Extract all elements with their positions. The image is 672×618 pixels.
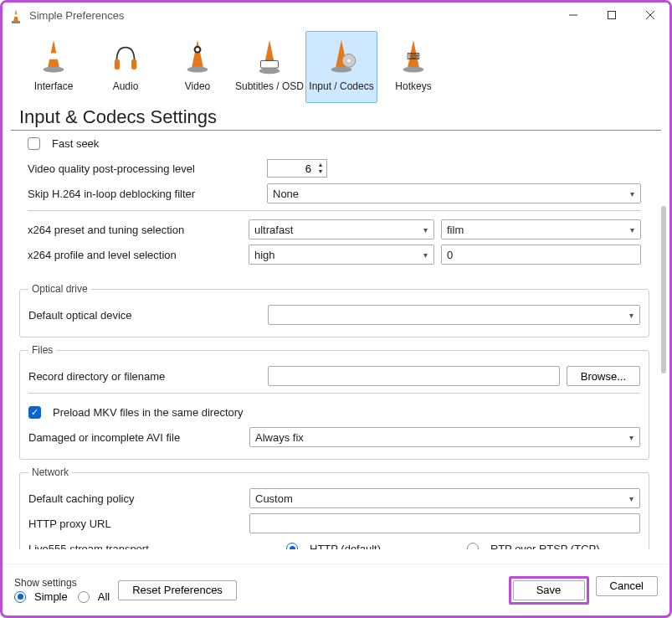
live555-label: Live555 stream transport [28,543,280,550]
files-group: Files Record directory or filename Brows… [19,344,649,460]
codecs-group: Fast seek Video quality post-processing … [19,131,649,276]
save-button[interactable]: Save [513,580,585,600]
tab-label: Video [185,80,210,92]
network-legend: Network [28,466,72,478]
tab-label: Subtitles / OSD [235,80,304,92]
minimize-button[interactable] [554,3,592,28]
fast-seek-label: Fast seek [52,137,99,150]
skip-label: Skip H.264 in-loop deblocking filter [28,188,260,200]
vq-spinner[interactable]: 6 ▲▼ [267,159,327,178]
tab-subtitles[interactable]: Subtitles / OSD [233,31,305,103]
svg-point-10 [187,66,208,72]
spin-down-icon[interactable]: ▼ [315,168,326,175]
titlebar: Simple Preferences [3,3,669,28]
svg-rect-6 [115,59,120,70]
svg-text:⌨: ⌨ [407,51,420,61]
svg-point-15 [331,66,352,72]
x264-profile-select[interactable]: high [249,245,434,265]
tab-hotkeys[interactable]: ⌨ Hotkeys [377,31,449,103]
avi-label: Damaged or incomplete AVI file [28,431,243,444]
svg-point-9 [196,48,199,51]
show-all-label: All [98,590,110,603]
optical-group: Optical drive Default optical device [19,283,649,337]
caching-label: Default caching policy [28,492,243,505]
optical-legend: Optical drive [28,283,91,295]
close-button[interactable] [631,3,669,28]
svg-point-16 [403,66,424,72]
live555-http-radio[interactable] [286,543,298,549]
x264-preset-label: x264 preset and tuning selection [28,224,242,236]
live555-rtp-radio[interactable] [467,543,479,549]
tab-label: Hotkeys [395,80,431,92]
preload-mkv-label: Preload MKV files in the same directory [53,406,244,419]
show-all-radio[interactable] [78,591,90,603]
show-settings-group: Show settings Simple All [14,577,110,603]
svg-rect-11 [260,60,278,68]
svg-point-12 [259,68,280,74]
key-cone-icon: ⌨ [393,37,433,77]
record-label: Record directory or filename [28,370,261,383]
x264-profile-label: x264 profile and level selection [28,249,242,261]
spin-up-icon[interactable]: ▲ [315,162,326,168]
avi-select[interactable]: Always fix [249,427,640,447]
network-group: Network Default caching policy Custom HT… [19,466,649,549]
tab-input-codecs[interactable]: Input / Codecs [305,31,377,103]
video-cone-icon [177,37,218,77]
show-simple-label: Simple [34,590,68,603]
reset-preferences-button[interactable]: Reset Preferences [118,580,237,600]
optical-device-label: Default optical device [28,309,261,322]
sub-cone-icon [249,37,290,77]
vq-value: 6 [268,162,315,175]
tab-audio[interactable]: Audio [90,31,162,103]
files-legend: Files [28,344,56,356]
tab-label: Input / Codecs [309,80,373,92]
show-simple-radio[interactable] [14,591,26,603]
category-toolbar: Interface Audio Video Subtitles / OSD In… [3,28,669,103]
tab-interface[interactable]: Interface [18,31,90,103]
browse-button[interactable]: Browse... [567,366,640,386]
fast-seek-checkbox[interactable] [28,137,40,150]
show-settings-label: Show settings [14,577,110,589]
settings-content: Fast seek Video quality post-processing … [3,131,669,549]
live555-rtp-label: RTP over RTSP (TCP) [490,543,600,550]
tab-label: Interface [34,80,74,92]
skip-select[interactable]: None [267,183,641,203]
page-title: Input & Codecs Settings [11,103,661,131]
svg-rect-0 [12,21,20,23]
window-title: Simple Preferences [29,9,554,22]
x264-preset-select[interactable]: ultrafast [249,219,434,239]
live555-http-label: HTTP (default) [310,543,460,550]
proxy-label: HTTP proxy URL [28,518,243,530]
disc-cone-icon [321,37,362,77]
preload-mkv-checkbox[interactable]: ✓ [28,406,41,419]
tab-label: Audio [113,80,139,92]
proxy-input[interactable] [249,513,640,533]
footer: Show settings Simple All Reset Preferenc… [3,564,669,615]
svg-rect-2 [608,12,616,19]
cancel-button[interactable]: Cancel [596,576,658,596]
svg-point-14 [347,59,351,63]
x264-tune-select[interactable]: film [441,219,641,239]
caching-select[interactable]: Custom [249,488,640,508]
tab-video[interactable]: Video [162,31,233,103]
scrollbar[interactable] [661,206,666,373]
headphones-icon [105,37,146,77]
divider [28,393,640,394]
app-icon [9,8,23,22]
svg-rect-7 [131,59,136,70]
vq-label: Video quality post-processing level [28,162,260,175]
record-input[interactable] [268,366,560,386]
save-highlight: Save [509,576,589,605]
optical-device-select[interactable] [268,305,640,325]
x264-level-input[interactable] [441,245,641,265]
cone-icon [33,37,74,77]
divider [28,210,641,211]
svg-point-5 [44,66,64,72]
maximize-button[interactable] [592,3,631,28]
